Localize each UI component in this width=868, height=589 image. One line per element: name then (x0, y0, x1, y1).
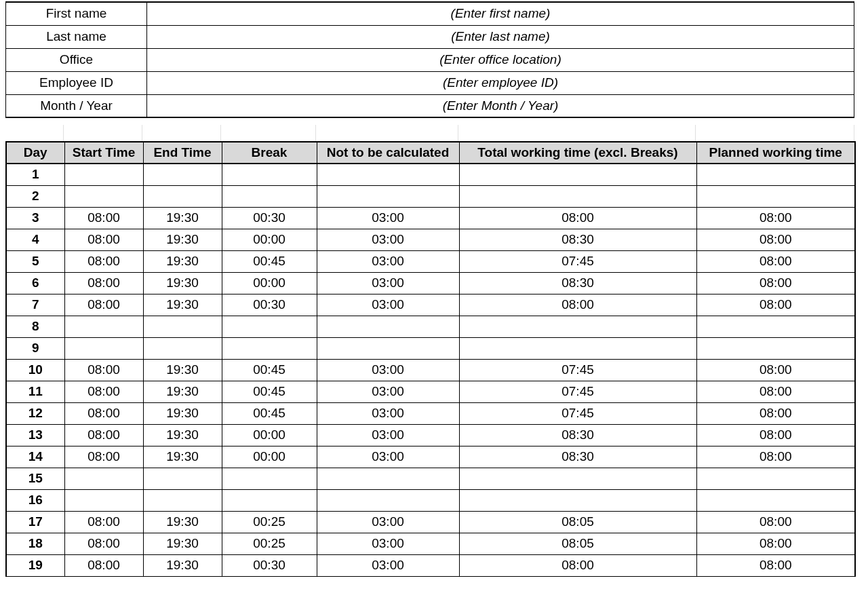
cell-start-time[interactable]: 08:00 (64, 554, 143, 576)
cell-total-working-time[interactable] (459, 468, 696, 489)
cell-break[interactable]: 00:45 (222, 381, 317, 402)
cell-end-time[interactable]: 19:30 (143, 533, 222, 554)
cell-break[interactable] (222, 489, 317, 511)
cell-planned-working-time[interactable]: 08:00 (696, 207, 855, 229)
cell-break[interactable]: 00:30 (222, 207, 317, 229)
cell-total-working-time[interactable]: 07:45 (459, 402, 696, 424)
cell-total-working-time[interactable]: 08:30 (459, 272, 696, 294)
cell-total-working-time[interactable] (459, 164, 696, 185)
cell-planned-working-time[interactable] (696, 489, 855, 511)
cell-planned-working-time[interactable]: 08:00 (696, 250, 855, 272)
cell-break[interactable]: 00:30 (222, 554, 317, 576)
employee-info-value[interactable]: (Enter last name) (147, 25, 854, 48)
cell-total-working-time[interactable] (459, 337, 696, 359)
cell-break[interactable] (222, 337, 317, 359)
cell-end-time[interactable]: 19:30 (143, 381, 222, 402)
cell-not-calculated[interactable]: 03:00 (317, 381, 459, 402)
cell-total-working-time[interactable]: 07:45 (459, 359, 696, 381)
cell-break[interactable]: 00:25 (222, 533, 317, 554)
cell-end-time[interactable]: 19:30 (143, 446, 222, 468)
cell-start-time[interactable] (64, 489, 143, 511)
cell-end-time[interactable] (143, 185, 222, 207)
cell-not-calculated[interactable]: 03:00 (317, 446, 459, 468)
employee-info-value[interactable]: (Enter office location) (147, 48, 854, 71)
cell-not-calculated[interactable] (317, 316, 459, 337)
cell-planned-working-time[interactable]: 08:00 (696, 294, 855, 316)
cell-planned-working-time[interactable]: 08:00 (696, 554, 855, 576)
cell-planned-working-time[interactable] (696, 164, 855, 185)
cell-not-calculated[interactable] (317, 489, 459, 511)
cell-total-working-time[interactable]: 07:45 (459, 381, 696, 402)
cell-start-time[interactable]: 08:00 (64, 381, 143, 402)
cell-start-time[interactable]: 08:00 (64, 250, 143, 272)
cell-break[interactable]: 00:30 (222, 294, 317, 316)
cell-end-time[interactable]: 19:30 (143, 402, 222, 424)
cell-not-calculated[interactable]: 03:00 (317, 272, 459, 294)
cell-start-time[interactable]: 08:00 (64, 272, 143, 294)
cell-planned-working-time[interactable] (696, 337, 855, 359)
cell-start-time[interactable] (64, 164, 143, 185)
cell-not-calculated[interactable]: 03:00 (317, 294, 459, 316)
cell-start-time[interactable]: 08:00 (64, 533, 143, 554)
cell-not-calculated[interactable]: 03:00 (317, 533, 459, 554)
cell-break[interactable] (222, 164, 317, 185)
cell-not-calculated[interactable]: 03:00 (317, 554, 459, 576)
cell-planned-working-time[interactable]: 08:00 (696, 381, 855, 402)
cell-planned-working-time[interactable]: 08:00 (696, 424, 855, 446)
cell-total-working-time[interactable]: 08:05 (459, 511, 696, 533)
cell-break[interactable]: 00:45 (222, 402, 317, 424)
cell-not-calculated[interactable]: 03:00 (317, 424, 459, 446)
cell-start-time[interactable] (64, 337, 143, 359)
cell-planned-working-time[interactable]: 08:00 (696, 511, 855, 533)
cell-start-time[interactable] (64, 185, 143, 207)
cell-total-working-time[interactable] (459, 185, 696, 207)
cell-not-calculated[interactable]: 03:00 (317, 250, 459, 272)
cell-break[interactable]: 00:00 (222, 424, 317, 446)
cell-total-working-time[interactable]: 08:00 (459, 554, 696, 576)
cell-break[interactable] (222, 185, 317, 207)
cell-end-time[interactable]: 19:30 (143, 294, 222, 316)
employee-info-value[interactable]: (Enter first name) (147, 2, 854, 25)
cell-planned-working-time[interactable]: 08:00 (696, 533, 855, 554)
cell-start-time[interactable]: 08:00 (64, 294, 143, 316)
employee-info-value[interactable]: (Enter employee ID) (147, 71, 854, 94)
cell-end-time[interactable]: 19:30 (143, 229, 222, 250)
cell-total-working-time[interactable]: 07:45 (459, 250, 696, 272)
cell-start-time[interactable]: 08:00 (64, 207, 143, 229)
cell-not-calculated[interactable]: 03:00 (317, 229, 459, 250)
cell-not-calculated[interactable]: 03:00 (317, 359, 459, 381)
cell-not-calculated[interactable]: 03:00 (317, 207, 459, 229)
cell-end-time[interactable]: 19:30 (143, 207, 222, 229)
cell-total-working-time[interactable]: 08:05 (459, 533, 696, 554)
cell-total-working-time[interactable]: 08:30 (459, 424, 696, 446)
cell-start-time[interactable]: 08:00 (64, 511, 143, 533)
cell-start-time[interactable]: 08:00 (64, 424, 143, 446)
cell-end-time[interactable]: 19:30 (143, 272, 222, 294)
cell-not-calculated[interactable] (317, 185, 459, 207)
cell-break[interactable]: 00:25 (222, 511, 317, 533)
cell-total-working-time[interactable]: 08:00 (459, 207, 696, 229)
cell-total-working-time[interactable]: 08:00 (459, 294, 696, 316)
cell-not-calculated[interactable] (317, 468, 459, 489)
cell-break[interactable] (222, 316, 317, 337)
cell-start-time[interactable]: 08:00 (64, 229, 143, 250)
cell-end-time[interactable] (143, 468, 222, 489)
cell-not-calculated[interactable] (317, 164, 459, 185)
cell-planned-working-time[interactable] (696, 468, 855, 489)
cell-break[interactable]: 00:00 (222, 229, 317, 250)
cell-start-time[interactable]: 08:00 (64, 359, 143, 381)
employee-info-value[interactable]: (Enter Month / Year) (147, 94, 854, 117)
cell-not-calculated[interactable] (317, 337, 459, 359)
cell-break[interactable]: 00:45 (222, 359, 317, 381)
cell-start-time[interactable]: 08:00 (64, 402, 143, 424)
cell-total-working-time[interactable]: 08:30 (459, 229, 696, 250)
cell-total-working-time[interactable]: 08:30 (459, 446, 696, 468)
cell-planned-working-time[interactable]: 08:00 (696, 402, 855, 424)
cell-planned-working-time[interactable]: 08:00 (696, 229, 855, 250)
cell-planned-working-time[interactable]: 08:00 (696, 272, 855, 294)
cell-end-time[interactable]: 19:30 (143, 424, 222, 446)
cell-end-time[interactable]: 19:30 (143, 250, 222, 272)
cell-break[interactable] (222, 468, 317, 489)
cell-planned-working-time[interactable]: 08:00 (696, 359, 855, 381)
cell-start-time[interactable]: 08:00 (64, 446, 143, 468)
